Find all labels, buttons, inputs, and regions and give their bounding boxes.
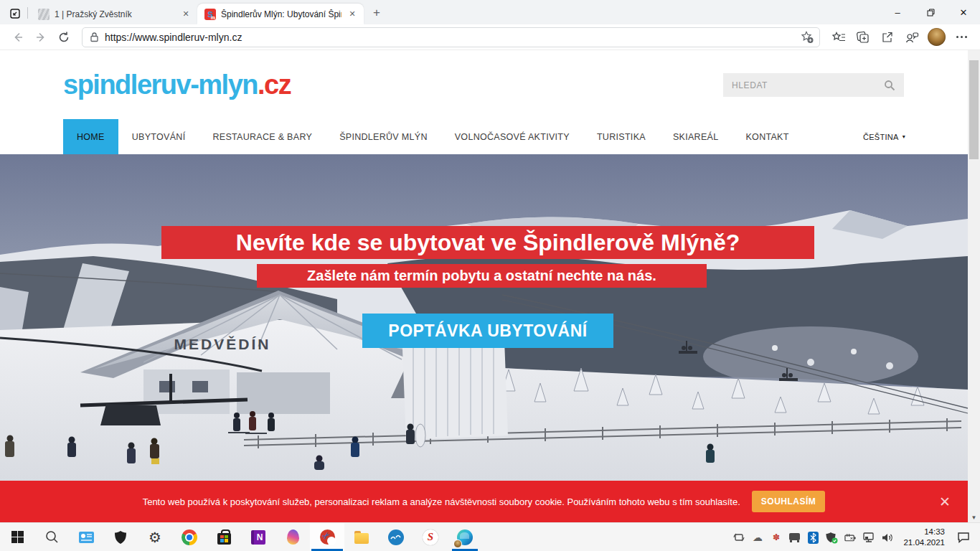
taskbar-defender[interactable]: [103, 523, 138, 551]
feedback-button[interactable]: [900, 27, 923, 48]
window-restore-button[interactable]: [914, 0, 947, 24]
scrollbar-down-arrow[interactable]: ▼: [968, 514, 980, 521]
cookie-close-icon[interactable]: ✕: [939, 494, 951, 510]
search-input[interactable]: [732, 80, 884, 90]
taskbar-settings[interactable]: ⚙: [138, 523, 172, 551]
main-navigation: HOME UBYTOVÁNÍ RESTAURACE & BARY ŠPINDLE…: [0, 119, 980, 154]
window-minimize-button[interactable]: –: [881, 0, 914, 24]
cookie-banner: Tento web používá k poskytování služeb, …: [0, 481, 968, 522]
nav-item-home[interactable]: HOME: [63, 119, 118, 154]
cookie-accept-button[interactable]: SOUHLASÍM: [752, 491, 826, 512]
taskbar-paint3d[interactable]: [275, 523, 310, 551]
refresh-button[interactable]: [53, 27, 75, 48]
tab-actions-icon: [9, 8, 21, 19]
chevron-down-icon: ▾: [903, 133, 905, 140]
taskbar-onenote[interactable]: N: [241, 523, 275, 551]
station-name-label: MEDVĚDÍN: [174, 336, 271, 352]
nav-item-turistika[interactable]: TURISTIKA: [583, 119, 659, 154]
back-icon: [11, 31, 24, 44]
hero-section: MEDVĚDÍN: [0, 154, 968, 481]
system-tray: ☁ ✽ 14:33 21.04.2021: [732, 523, 980, 551]
taskbar-file-explorer[interactable]: [344, 523, 379, 551]
new-tab-button[interactable]: +: [367, 3, 387, 23]
screen: 1 | Pražský Zvěstník ✕ S m Špindlerův Ml…: [0, 0, 980, 551]
nav-item-restaurace[interactable]: RESTAURACE & BARY: [199, 119, 326, 154]
taskbar-search-button[interactable]: [34, 523, 69, 551]
snipping-tool-icon: ✂: [320, 529, 335, 545]
taskbar-edge[interactable]: [448, 523, 482, 551]
security-shield-icon[interactable]: [826, 532, 838, 544]
tab-favicon-sm: S m: [204, 9, 216, 20]
language-selector[interactable]: ČEŠTINA▾: [863, 119, 905, 154]
ellipsis-icon: [956, 36, 967, 38]
nav-item-skiareal[interactable]: SKIAREÁL: [659, 119, 732, 154]
profile-avatar[interactable]: [928, 28, 946, 46]
settings-menu-button[interactable]: [950, 27, 973, 48]
taskbar-openoffice[interactable]: [379, 523, 413, 551]
lock-icon: [90, 32, 99, 42]
favorites-button[interactable]: [827, 27, 850, 48]
feedback-icon: [905, 31, 919, 44]
system-window-icon: [79, 532, 94, 543]
tab-favicon: [38, 9, 50, 20]
start-button[interactable]: [0, 523, 34, 551]
taskbar-chrome[interactable]: [172, 523, 207, 551]
tab-actions-menu-button[interactable]: [4, 4, 26, 24]
dock-icon[interactable]: [788, 532, 801, 544]
battery-icon[interactable]: [844, 532, 857, 544]
nav-item-ubytovani[interactable]: UBYTOVÁNÍ: [118, 119, 199, 154]
chrome-icon: [182, 529, 197, 545]
tab-close-icon[interactable]: ✕: [180, 9, 192, 20]
rotation-lock-icon[interactable]: [732, 532, 745, 544]
collections-button[interactable]: [852, 27, 875, 48]
taskbar: ⚙ N ✂ S ☁: [0, 522, 980, 551]
volume-icon[interactable]: [882, 532, 894, 544]
scrollbar-thumb[interactable]: [969, 60, 979, 159]
window-close-button[interactable]: ✕: [947, 0, 980, 24]
forward-button[interactable]: [30, 27, 52, 48]
hero-subheadline: Zašlete nám termín pobytu a ostatní nech…: [257, 264, 707, 288]
gear-icon: ⚙: [149, 530, 161, 545]
taskbar-clock[interactable]: 14:33 21.04.2021: [900, 527, 948, 548]
shield-icon: [114, 530, 127, 545]
tab-active[interactable]: S m Špindlerův Mlýn: Ubytování Špin ✕: [197, 4, 364, 24]
openoffice-icon: [388, 529, 404, 545]
onedrive-cloud-icon[interactable]: ☁: [751, 532, 763, 544]
tab-title: 1 | Pražský Zvěstník: [55, 9, 175, 19]
address-bar[interactable]: https://www.spindleruv-mlyn.cz: [82, 27, 820, 47]
search-icon: [45, 530, 59, 544]
action-center-button[interactable]: [954, 532, 973, 543]
collections-icon: [856, 31, 870, 44]
microsoft-store-icon: [217, 533, 231, 545]
nav-item-volnocasove-aktivity[interactable]: VOLNOČASOVÉ AKTIVITY: [441, 119, 583, 154]
tab-title: Špindlerův Mlýn: Ubytování Špin: [221, 9, 341, 19]
taskbar-s-app[interactable]: S: [413, 523, 448, 551]
tab-close-icon[interactable]: ✕: [347, 9, 358, 20]
taskbar-system-app[interactable]: [69, 523, 103, 551]
restore-icon: [927, 9, 935, 17]
taskbar-store[interactable]: [207, 523, 241, 551]
back-button[interactable]: [7, 27, 29, 48]
taskbar-snipping-tool[interactable]: ✂: [310, 523, 344, 551]
tab-inactive[interactable]: 1 | Pražský Zvěstník ✕: [31, 4, 197, 24]
site-logo[interactable]: spindleruv-mlyn.cz: [63, 70, 291, 100]
favorites-icon: [831, 31, 846, 44]
share-button[interactable]: [876, 27, 899, 48]
nav-item-kontakt[interactable]: KONTAKT: [732, 119, 802, 154]
site-search[interactable]: [723, 73, 904, 97]
onenote-icon: N: [251, 530, 265, 545]
paint3d-icon: [287, 529, 299, 545]
search-icon[interactable]: [884, 80, 895, 91]
antivirus-icon[interactable]: ✽: [770, 532, 782, 544]
add-favorite-icon[interactable]: [800, 30, 814, 44]
bluetooth-icon[interactable]: [807, 532, 819, 544]
accommodation-request-button[interactable]: POPTÁVKA UBYTOVÁNÍ: [362, 314, 613, 348]
page-scrollbar[interactable]: ▼: [968, 50, 980, 522]
share-icon: [880, 31, 895, 44]
s-app-icon: S: [423, 529, 438, 545]
clock-date: 21.04.2021: [903, 537, 945, 548]
nav-item-spindleruv-mlyn[interactable]: ŠPINDLERŮV MLÝN: [326, 119, 441, 154]
page-viewport: spindleruv-mlyn.cz HOME UBYTOVÁNÍ RESTAU…: [0, 50, 980, 522]
browser-toolbar: https://www.spindleruv-mlyn.cz: [0, 24, 980, 50]
network-icon[interactable]: [863, 532, 875, 544]
